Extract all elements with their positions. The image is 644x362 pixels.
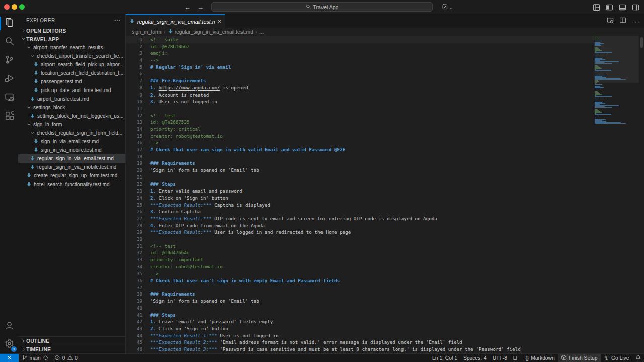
code-line[interactable]: 34creator: robot@testomat.io — [126, 263, 594, 270]
status-go-live[interactable]: Go Live — [601, 354, 632, 362]
activity-item-settings[interactable]: 1 — [0, 335, 18, 353]
code-line[interactable]: 18 — [126, 153, 594, 160]
status-git-branch[interactable]: main — [19, 354, 51, 362]
forward-icon[interactable]: → — [197, 4, 204, 11]
code-line[interactable]: 12<!-- test — [126, 112, 594, 119]
code-line[interactable]: 11 — [126, 105, 594, 112]
code-line[interactable]: 36# Check that user can't sign in with e… — [126, 277, 594, 284]
close-window-button[interactable] — [4, 4, 10, 10]
code-line[interactable]: 7### Pre-Requirements — [126, 77, 594, 84]
minimize-window-button[interactable] — [12, 4, 17, 10]
code-line[interactable]: 30 — [126, 236, 594, 243]
toggle-secondary-sidebar-icon[interactable] — [632, 4, 639, 11]
folder-checklist-regular-sign-in-form-field-[interactable]: checklist_regular_sign_in_form_field... — [18, 129, 125, 137]
status-cursor-position[interactable]: Ln 1, Col 1 — [429, 354, 460, 362]
code-line[interactable]: 21 — [126, 174, 594, 181]
toggle-panel-icon[interactable] — [619, 4, 626, 11]
activity-item-accounts[interactable] — [0, 317, 18, 335]
code-line[interactable]: 103. User is not logged in — [126, 98, 594, 105]
code-line[interactable]: 41### Steps — [126, 312, 594, 319]
code-line[interactable]: 14priority: critical — [126, 126, 594, 133]
code-line[interactable]: 44***Expected Result 1:*** User is not l… — [126, 332, 594, 339]
activity-item-run-debug[interactable] — [0, 70, 18, 88]
code-line[interactable]: 5# Regular 'Sign in' via email — [126, 64, 594, 71]
code-line[interactable]: 16--> — [126, 139, 594, 146]
code-line[interactable]: 46***Expected Result 3:*** 'Password is … — [126, 346, 594, 353]
code-line[interactable]: 3emoji: — [126, 50, 594, 57]
panel-timeline[interactable]: TIMELINE — [18, 345, 125, 353]
file-sign-in-via-email-test-md[interactable]: sign_in_via_email.test.md — [18, 137, 125, 146]
code-line[interactable]: 92. Account is created — [126, 92, 594, 99]
file-airport-search-field-pick-up-airpor-[interactable]: airport_search_field_pick-up_airpor... — [18, 60, 125, 69]
code-line[interactable]: 20'Sign in' form is opened on 'Email' ta… — [126, 167, 594, 174]
share-session-control[interactable]: ⌄ — [442, 3, 453, 12]
code-line[interactable]: 35--> — [126, 270, 594, 277]
code-line[interactable]: 32id: @T0d47664e — [126, 249, 594, 256]
code-line[interactable]: 2id: @S78b10b62 — [126, 43, 594, 50]
status-notifications[interactable] — [632, 354, 644, 362]
file-regular-sign-in-via-mobile-test-md[interactable]: regular_sign_in_via_mobile.test.md — [18, 163, 125, 171]
code-line[interactable]: 31<!-- test — [126, 243, 594, 250]
status-remote-indicator[interactable] — [0, 354, 19, 362]
status-indentation[interactable]: Spaces: 4 — [460, 354, 490, 362]
code-line[interactable]: 284. Enter OTP code from email on the Ag… — [126, 222, 594, 229]
code-line[interactable]: 13id: @Te2667535 — [126, 119, 594, 126]
folder-airport-transfer-search-results[interactable]: airport_transfer_search_results — [18, 43, 125, 52]
breadcrumb-item[interactable]: regular_sign_in_via_email.test.md — [168, 29, 253, 35]
scrollbar[interactable] — [639, 36, 644, 353]
toggle-primary-sidebar-icon[interactable] — [606, 4, 613, 11]
code-line[interactable]: 45***Expected Result 2:*** 'Email addres… — [126, 339, 594, 346]
code-line[interactable]: 39'Sign in' form is opened on 'Email' ta… — [126, 298, 594, 305]
status-finish-setup[interactable]: Finish Setup — [558, 354, 601, 362]
split-editor-icon[interactable] — [619, 17, 626, 26]
code-line[interactable]: 27***Expected Result:*** OTP code is sen… — [126, 215, 594, 222]
code-line[interactable]: 6 — [126, 70, 594, 77]
code-line[interactable]: 15creator: robot@testomat.io — [126, 133, 594, 140]
breadcrumb-item[interactable]: sign_in_form — [132, 29, 162, 35]
customize-layout-icon[interactable] — [593, 4, 600, 11]
file-airport-transfer-test-md[interactable]: airport_transfer.test.md — [18, 95, 125, 103]
status-problems[interactable]: 00 — [51, 354, 80, 362]
code-line[interactable]: 17# Check that user can sign in with val… — [126, 146, 594, 153]
panel-outline[interactable]: OUTLINE — [18, 336, 125, 345]
code-line[interactable]: 29***Expected Result:*** User is logged … — [126, 229, 594, 236]
file-regular-sign-in-via-email-test-md[interactable]: regular_sign_in_via_email.test.md — [18, 154, 125, 163]
code-line[interactable]: 19### Requirements — [126, 160, 594, 167]
file-sign-in-via-mobile-test-md[interactable]: sign_in_via_mobile.test.md — [18, 146, 125, 154]
file-settings-block-for-not-logged-in-us-[interactable]: settings_block_for_not_logged-in_us... — [18, 112, 125, 120]
status-language-mode[interactable]: {}Markdown — [522, 354, 558, 362]
code-line[interactable]: 432. Click on 'Sign in' button — [126, 325, 594, 332]
code-line[interactable]: 242. Click on 'Sign in' button — [126, 195, 594, 202]
code-editor[interactable]: 1<!-- suite2id: @S78b10b623emoji:4-->5# … — [126, 36, 594, 353]
zoom-window-button[interactable] — [19, 4, 25, 10]
more-actions-icon[interactable]: ··· — [632, 17, 640, 26]
back-icon[interactable]: ← — [184, 4, 191, 11]
code-line[interactable]: 263. Confirm Captcha — [126, 208, 594, 215]
breadcrumb-item[interactable]: … — [259, 29, 264, 35]
code-line[interactable]: 22### Steps — [126, 180, 594, 188]
status-encoding[interactable]: UTF-8 — [490, 354, 510, 362]
tab-regular-sign-in-via-email[interactable]: regular_sign_in_via_email.test.md × — [126, 14, 225, 28]
code-line[interactable]: 231. Enter valid email and password — [126, 188, 594, 195]
activity-item-search[interactable] — [0, 33, 18, 51]
file-create-regular-sign-up-form-test-md[interactable]: create_regular_sign_up_form.test.md — [18, 171, 125, 180]
file-pick-up-date-and-time-test-md[interactable]: pick-up_date_and_time.test.md — [18, 86, 125, 95]
code-line[interactable]: 81. https://www.agoda.com/ is opened — [126, 84, 594, 92]
code-line[interactable]: 37 — [126, 284, 594, 291]
more-actions-icon[interactable]: ⋯ — [114, 17, 120, 24]
scrollbar-thumb[interactable] — [640, 37, 643, 48]
activity-item-explorer[interactable] — [0, 14, 18, 33]
code-line[interactable]: 38### Requirements — [126, 291, 594, 298]
code-line[interactable]: 25***Expected Result:*** Captcha is disp… — [126, 202, 594, 209]
file-location-search-field-destination-l-[interactable]: location_search_field_destination_l... — [18, 69, 125, 77]
file-hotel-search-functionality-test-md[interactable]: hotel_search_functionality.test.md — [18, 180, 125, 189]
code-line[interactable]: 40 — [126, 305, 594, 312]
status-eol[interactable]: LF — [510, 354, 522, 362]
minimap[interactable] — [594, 36, 639, 353]
command-center[interactable]: Travel App — [211, 2, 433, 12]
workspace-section[interactable]: TRAVEL APP — [18, 35, 125, 43]
open-preview-icon[interactable] — [607, 17, 614, 26]
folder-settings-block[interactable]: settings_block — [18, 103, 125, 112]
code-line[interactable]: 1<!-- suite — [126, 36, 594, 43]
activity-item-remote-explorer[interactable] — [0, 88, 18, 107]
